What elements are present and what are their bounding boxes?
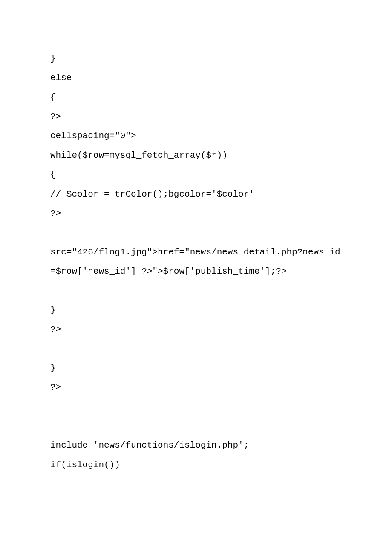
document-page: } else { ?> cellspacing="0"> while($row=…: [0, 0, 392, 555]
